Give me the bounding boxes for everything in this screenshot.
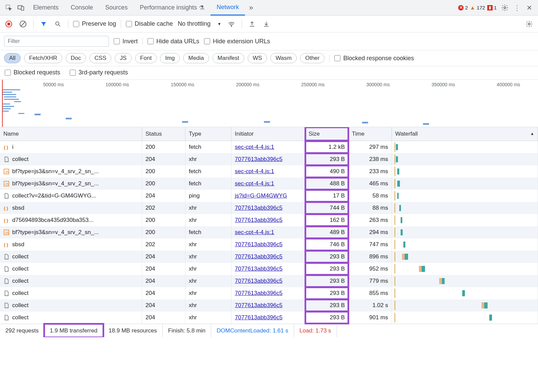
request-initiator[interactable]: js?id=G-GM4GWYG bbox=[231, 190, 305, 202]
request-initiator[interactable]: 7077613abb396c5 bbox=[231, 202, 305, 214]
upload-icon[interactable] bbox=[247, 19, 257, 29]
table-row[interactable]: { }sbsd202xhr7077613abb396c5744 B88 ms bbox=[0, 202, 538, 214]
request-initiator[interactable]: 7077613abb396c5 bbox=[231, 299, 305, 312]
chip-js[interactable]: JS bbox=[115, 53, 132, 63]
hide-data-urls-checkbox[interactable]: Hide data URLs bbox=[148, 38, 199, 45]
close-icon[interactable]: ✕ bbox=[523, 2, 535, 14]
col-waterfall[interactable]: Waterfall▲ bbox=[392, 127, 538, 141]
table-row[interactable]: collect204xhr7077613abb396c5293 B855 ms bbox=[0, 287, 538, 299]
chip-css[interactable]: CSS bbox=[89, 53, 111, 63]
chip-font[interactable]: Font bbox=[135, 53, 157, 63]
request-initiator[interactable]: 7077613abb396c5 bbox=[231, 238, 305, 251]
blocked-requests-checkbox[interactable]: Blocked requests bbox=[5, 69, 60, 76]
tab-performance-insights[interactable]: Performance insights⚗ bbox=[134, 0, 210, 16]
error-count[interactable]: ✕2 bbox=[458, 5, 468, 10]
table-row[interactable]: JSbf?type=js3&sn=v_4_srv_2_sn_...200fetc… bbox=[0, 226, 538, 238]
blocked-cookies-checkbox[interactable]: Blocked response cookies bbox=[334, 55, 414, 62]
settings-icon[interactable] bbox=[499, 2, 511, 14]
request-waterfall bbox=[392, 226, 538, 238]
issue-count[interactable]: ▮1 bbox=[487, 5, 497, 10]
search-icon[interactable] bbox=[52, 19, 63, 29]
chip-all[interactable]: All bbox=[4, 53, 21, 63]
table-row[interactable]: JSbf?type=js3&sn=v_4_srv_2_sn_...200fetc… bbox=[0, 165, 538, 178]
table-row[interactable]: JSbf?type=js3&sn=v_4_srv_2_sn_...200fetc… bbox=[0, 178, 538, 190]
svg-point-11 bbox=[528, 23, 530, 25]
chip-doc[interactable]: Doc bbox=[66, 53, 86, 63]
col-initiator[interactable]: Initiator bbox=[231, 127, 305, 141]
download-icon[interactable] bbox=[261, 19, 272, 29]
request-initiator[interactable]: sec-cpt-4-4.js:1 bbox=[231, 165, 305, 178]
chip-wasm[interactable]: Wasm bbox=[270, 53, 297, 63]
request-size: 162 B bbox=[305, 214, 349, 226]
request-size: 293 B bbox=[305, 275, 349, 287]
request-name: bf?type=js3&sn=v_4_srv_2_sn_... bbox=[12, 180, 99, 187]
table-row[interactable]: { }i200fetchsec-cpt-4-4.js:11.2 kB297 ms bbox=[0, 141, 538, 153]
throttling-select[interactable]: No throttling▼ bbox=[176, 20, 223, 27]
kebab-icon[interactable]: ⋮ bbox=[511, 2, 523, 14]
more-tabs-icon[interactable]: » bbox=[245, 2, 257, 14]
main-tab-bar: ElementsConsoleSourcesPerformance insigh… bbox=[0, 0, 538, 16]
request-name: collect bbox=[12, 156, 28, 163]
table-row[interactable]: { }d75694893bca435d930ba353...200xhr7077… bbox=[0, 214, 538, 226]
col-type[interactable]: Type bbox=[185, 127, 231, 141]
request-status: 204 bbox=[142, 287, 185, 299]
request-initiator[interactable]: 7077613abb396c5 bbox=[231, 251, 305, 263]
chip-fetch-xhr[interactable]: Fetch/XHR bbox=[24, 53, 62, 63]
table-row[interactable]: collect204xhr7077613abb396c5293 B952 ms bbox=[0, 263, 538, 275]
table-row[interactable]: collect204xhr7077613abb396c5293 B901 ms bbox=[0, 312, 538, 324]
request-time: 58 ms bbox=[349, 190, 392, 202]
filter-input[interactable] bbox=[4, 36, 109, 47]
col-status[interactable]: Status bbox=[142, 127, 185, 141]
inspect-icon[interactable] bbox=[3, 2, 15, 14]
timeline-overview[interactable]: 50000 ms100000 ms150000 ms200000 ms25000… bbox=[0, 80, 538, 127]
request-waterfall bbox=[392, 141, 538, 153]
warning-count[interactable]: ▲172 bbox=[470, 5, 485, 11]
request-initiator[interactable]: 7077613abb396c5 bbox=[231, 263, 305, 275]
hide-extension-urls-checkbox[interactable]: Hide extension URLs bbox=[204, 38, 270, 45]
network-conditions-icon[interactable] bbox=[226, 19, 237, 29]
svg-point-8 bbox=[55, 22, 59, 25]
request-name: d75694893bca435d930ba353... bbox=[12, 217, 93, 224]
request-initiator[interactable]: 7077613abb396c5 bbox=[231, 153, 305, 165]
request-initiator[interactable]: 7077613abb396c5 bbox=[231, 287, 305, 299]
request-initiator[interactable]: sec-cpt-4-4.js:1 bbox=[231, 141, 305, 153]
tab-sources[interactable]: Sources bbox=[99, 0, 134, 16]
third-party-checkbox[interactable]: 3rd-party requests bbox=[70, 69, 128, 76]
col-time[interactable]: Time bbox=[349, 127, 392, 141]
request-initiator[interactable]: sec-cpt-4-4.js:1 bbox=[231, 178, 305, 190]
request-initiator[interactable]: 7077613abb396c5 bbox=[231, 312, 305, 324]
table-row[interactable]: collect204xhr7077613abb396c5293 B1.02 s bbox=[0, 299, 538, 312]
request-status: 200 bbox=[142, 141, 185, 153]
clear-button[interactable] bbox=[18, 19, 28, 29]
chip-img[interactable]: Img bbox=[160, 53, 180, 63]
chip-ws[interactable]: WS bbox=[248, 53, 267, 63]
disable-cache-checkbox[interactable]: Disable cache bbox=[126, 20, 173, 27]
chip-media[interactable]: Media bbox=[183, 53, 209, 63]
request-type: fetch bbox=[185, 178, 231, 190]
chip-manifest[interactable]: Manifest bbox=[212, 53, 244, 63]
tab-console[interactable]: Console bbox=[65, 0, 99, 16]
request-initiator[interactable]: 7077613abb396c5 bbox=[231, 214, 305, 226]
request-time: 465 ms bbox=[349, 178, 392, 190]
request-status: 200 bbox=[142, 214, 185, 226]
tab-network[interactable]: Network bbox=[210, 0, 245, 16]
chip-other[interactable]: Other bbox=[300, 53, 325, 63]
request-initiator[interactable]: 7077613abb396c5 bbox=[231, 275, 305, 287]
table-row[interactable]: collect?v=2&tid=G-GM4GWYG...204pingjs?id… bbox=[0, 190, 538, 202]
request-name: collect?v=2&tid=G-GM4GWYG... bbox=[12, 192, 96, 199]
network-settings-icon[interactable] bbox=[524, 19, 535, 29]
request-initiator[interactable]: sec-cpt-4-4.js:1 bbox=[231, 226, 305, 238]
col-size[interactable]: Size bbox=[305, 127, 349, 141]
request-size: 490 B bbox=[305, 165, 349, 178]
table-row[interactable]: { }sbsd202xhr7077613abb396c5746 B747 ms bbox=[0, 238, 538, 251]
table-row[interactable]: collect204xhr7077613abb396c5293 B896 ms bbox=[0, 251, 538, 263]
tab-elements[interactable]: Elements bbox=[27, 0, 65, 16]
device-toggle-icon[interactable] bbox=[15, 2, 27, 14]
table-row[interactable]: collect204xhr7077613abb396c5293 B779 ms bbox=[0, 275, 538, 287]
record-button[interactable] bbox=[3, 19, 14, 29]
invert-checkbox[interactable]: Invert bbox=[114, 38, 138, 45]
preserve-log-checkbox[interactable]: Preserve log bbox=[73, 20, 116, 27]
table-row[interactable]: collect204xhr7077613abb396c5293 B238 ms bbox=[0, 153, 538, 165]
filter-toggle-icon[interactable] bbox=[38, 19, 49, 29]
col-name[interactable]: Name bbox=[0, 127, 142, 141]
